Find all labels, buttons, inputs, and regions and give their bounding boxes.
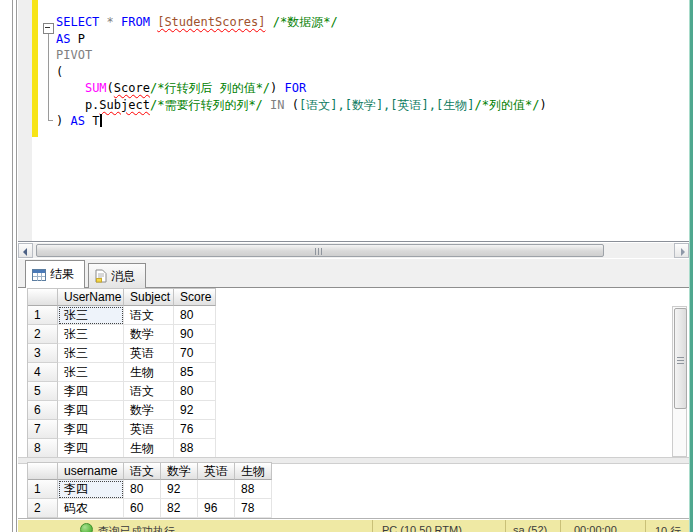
column-header-biology[interactable]: 生物: [235, 463, 272, 480]
results-vertical-scrollbar[interactable]: [672, 306, 687, 457]
grid-cell[interactable]: 英语: [124, 420, 174, 439]
column-header-chinese[interactable]: 语文: [124, 463, 161, 480]
grid-cell[interactable]: 数学: [124, 401, 174, 420]
status-divider: [560, 520, 561, 532]
change-tracking-bar: [32, 0, 38, 137]
left-splitter-line-inner: [16, 0, 17, 532]
table-row[interactable]: 1 李四 80 92 88: [28, 480, 272, 499]
column-header-english[interactable]: 英语: [198, 463, 235, 480]
code-segment: *: [107, 15, 121, 29]
grid-cell[interactable]: [198, 480, 235, 499]
code-segment: [语文],[数学],[英语],[生物]: [299, 98, 474, 112]
grid-cell[interactable]: 96: [198, 499, 235, 518]
ssms-query-window: SELECT * FROM [StudentScores] /*数据源*/ AS…: [0, 0, 693, 532]
grid-cell[interactable]: 李四: [58, 401, 124, 420]
code-line: PIVOT: [56, 47, 687, 64]
column-header-username[interactable]: username: [58, 463, 124, 480]
row-number[interactable]: 6: [28, 401, 58, 420]
statusbar-separator: [18, 518, 689, 519]
grid-cell[interactable]: 生物: [124, 363, 174, 382]
grid-cell[interactable]: 80: [174, 382, 216, 401]
row-number[interactable]: 7: [28, 420, 58, 439]
status-bar: 查询已成功执行。 PC (10.50 RTM) sa (52) 00:00:00…: [18, 520, 689, 532]
grid-cell-selected[interactable]: 张三: [58, 306, 124, 325]
column-header-score[interactable]: Score: [174, 289, 216, 306]
header-row: username 语文 数学 英语 生物: [28, 463, 272, 480]
tab-results[interactable]: 结果: [25, 260, 85, 288]
table-row[interactable]: 2 码农 60 82 96 78: [28, 499, 272, 518]
scroll-left-arrow-icon: [23, 248, 27, 256]
editor-horizontal-scrollbar[interactable]: [18, 243, 689, 258]
grid-cell[interactable]: 82: [161, 499, 198, 518]
grid-cell[interactable]: 88: [235, 480, 272, 499]
result-grid-1: UserName Subject Score 1 张三 语文 80 2 张三 数…: [27, 288, 216, 458]
row-number[interactable]: 3: [28, 344, 58, 363]
code-fold-line-end: [48, 120, 53, 121]
corner-header[interactable]: [28, 463, 58, 480]
table-row[interactable]: 2 张三 数学 90: [28, 325, 216, 344]
horizontal-scrollbar-thumb[interactable]: [36, 244, 604, 257]
row-number[interactable]: 2: [28, 325, 58, 344]
grid-cell[interactable]: 语文: [124, 306, 174, 325]
grid-cell[interactable]: 76: [174, 420, 216, 439]
row-number[interactable]: 8: [28, 439, 58, 458]
table-row[interactable]: 1 张三 语文 80: [28, 306, 216, 325]
sql-editor[interactable]: SELECT * FROM [StudentScores] /*数据源*/ AS…: [18, 0, 689, 242]
grid-cell[interactable]: 码农: [58, 499, 124, 518]
vertical-scrollbar-thumb[interactable]: [674, 308, 687, 409]
column-header-math[interactable]: 数学: [161, 463, 198, 480]
code-fold-toggle[interactable]: [43, 23, 54, 34]
table-row[interactable]: 3 张三 英语 70: [28, 344, 216, 363]
grid-cell[interactable]: 张三: [58, 344, 124, 363]
grid-cell[interactable]: 英语: [124, 344, 174, 363]
code-segment: (: [107, 81, 114, 95]
scroll-left-button[interactable]: [18, 243, 33, 258]
grid-cell[interactable]: 88: [174, 439, 216, 458]
grid-cell[interactable]: 李四: [58, 382, 124, 401]
row-number[interactable]: 2: [28, 499, 58, 518]
table-row[interactable]: 8 李四 生物 88: [28, 439, 216, 458]
row-number[interactable]: 4: [28, 363, 58, 382]
row-number[interactable]: 5: [28, 382, 58, 401]
grid-cell[interactable]: 70: [174, 344, 216, 363]
messages-icon: [95, 269, 107, 283]
grid-cell[interactable]: 张三: [58, 363, 124, 382]
code-segment: /*行转列后 列的值*/: [150, 81, 270, 95]
grid-cell[interactable]: 78: [235, 499, 272, 518]
grid-cell[interactable]: 90: [174, 325, 216, 344]
tab-messages[interactable]: 消息: [88, 263, 146, 288]
table-row[interactable]: 4 张三 生物 85: [28, 363, 216, 382]
corner-header[interactable]: [28, 289, 58, 306]
code-segment: SUM: [85, 81, 107, 95]
code-fold-line: [48, 34, 49, 120]
result-grid-2: username 语文 数学 英语 生物 1 李四 80 92 88 2 码农 …: [27, 462, 272, 518]
grid-cell[interactable]: 92: [161, 480, 198, 499]
table-row[interactable]: 6 李四 数学 92: [28, 401, 216, 420]
scroll-right-button[interactable]: [674, 243, 689, 258]
code-area[interactable]: SELECT * FROM [StudentScores] /*数据源*/ AS…: [56, 14, 687, 130]
grid-cell[interactable]: 李四: [58, 439, 124, 458]
grid-cell[interactable]: 92: [174, 401, 216, 420]
table-row[interactable]: 7 李四 英语 76: [28, 420, 216, 439]
column-header-username[interactable]: UserName: [58, 289, 124, 306]
status-divider: [645, 520, 646, 532]
grid-cell-selected[interactable]: 李四: [58, 480, 124, 499]
grid-cell[interactable]: 张三: [58, 325, 124, 344]
grid-cell[interactable]: 80: [124, 480, 161, 499]
column-header-subject[interactable]: Subject: [124, 289, 174, 306]
results-grid-icon: [32, 269, 46, 281]
grid-cell[interactable]: 60: [124, 499, 161, 518]
grid-cell[interactable]: 生物: [124, 439, 174, 458]
status-divider: [505, 520, 506, 532]
grid-cell[interactable]: 李四: [58, 420, 124, 439]
grid-cell[interactable]: 数学: [124, 325, 174, 344]
code-segment: T: [85, 114, 99, 128]
grid-cell[interactable]: 80: [174, 306, 216, 325]
table-row[interactable]: 5 李四 语文 80: [28, 382, 216, 401]
grid-cell[interactable]: 85: [174, 363, 216, 382]
row-number[interactable]: 1: [28, 480, 58, 499]
tab-messages-label: 消息: [111, 268, 135, 285]
row-number[interactable]: 1: [28, 306, 58, 325]
code-segment: /*列的值*/: [474, 98, 539, 112]
grid-cell[interactable]: 语文: [124, 382, 174, 401]
